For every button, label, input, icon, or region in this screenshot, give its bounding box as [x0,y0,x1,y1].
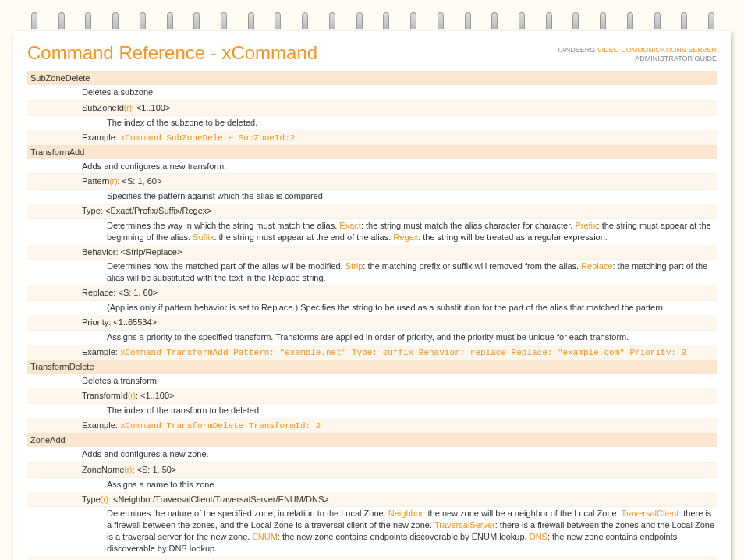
command-description: Deletes a transform. [27,374,717,389]
parameter-description: Determines the way in which the string m… [27,219,717,245]
parameter-description: The index of the subzone to be deleted. [27,116,717,130]
parameter-description: Determines how the matched part of the a… [27,260,717,285]
parameter-label: TransformId(r): <1..100> [27,388,717,404]
parameter-label: Type(r): <Neighbor/TraversalClient/Trave… [27,492,717,508]
parameter-label: Pattern(r): <S: 1, 60> [27,174,717,190]
command-heading: ZoneAdd [27,433,717,447]
parameter-label: Priority: <1..65534> [27,315,717,331]
example-row: Example: xCommand ZoneAdd ZoneName: "UK … [27,556,717,560]
page-title: Command Reference - xCommand [27,42,317,64]
parameter-description: Assigns a name to this zone. [27,478,717,492]
header-right: TANDBERG VIDEO COMMUNICATIONS SERVER ADM… [557,46,717,64]
parameter-label: Behavior: <Strip/Replace> [27,245,717,261]
page-content: Command Reference - xCommand TANDBERG VI… [13,31,731,560]
spiral-binding [13,0,731,31]
example-row: Example: xCommand TransformAdd Pattern: … [27,345,717,360]
command-description: Deletes a subzone. [27,85,717,101]
parameter-label: Type: <Exact/Prefix/Suffix/Regex> [27,204,717,219]
parameter-description: Specifies the pattern against which the … [27,190,717,204]
parameter-description: The index of the transform to be deleted… [27,404,717,418]
command-description: Adds and configures a new zone. [27,447,717,463]
parameter-description: (Applies only if pattern behavior is set… [27,301,717,315]
command-heading: SubZoneDelete [27,71,717,85]
command-heading: TransformAdd [27,145,717,159]
command-description: Adds and configures a new transform. [27,159,717,175]
example-row: Example: xCommand SubZoneDelete SubZoneI… [27,130,717,145]
parameter-label: ZoneName(r): <S: 1, 50> [27,463,717,478]
command-heading: TransformDelete [27,360,717,374]
parameter-description: Assigns a priority to the specified tran… [27,331,717,345]
parameter-description: Determines the nature of the specified z… [27,507,717,555]
example-row: Example: xCommand TransformDelete Transf… [27,418,717,433]
parameter-label: SubZoneId(r): <1..100> [27,101,717,116]
parameter-label: Replace: <S: 1, 60> [27,285,717,301]
